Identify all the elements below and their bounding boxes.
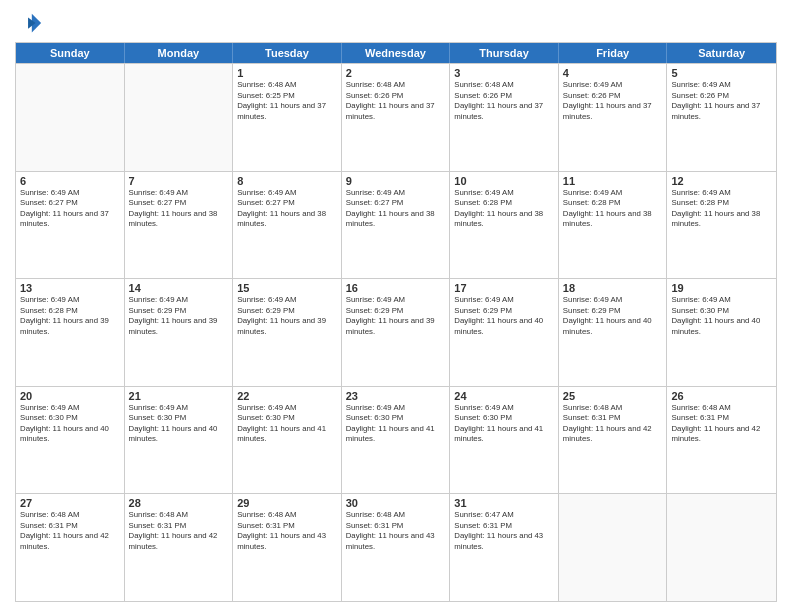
calendar-cell: 29Sunrise: 6:48 AM Sunset: 6:31 PM Dayli… — [233, 494, 342, 601]
header-cell-wednesday: Wednesday — [342, 43, 451, 63]
calendar-cell: 30Sunrise: 6:48 AM Sunset: 6:31 PM Dayli… — [342, 494, 451, 601]
cell-info: Sunrise: 6:48 AM Sunset: 6:26 PM Dayligh… — [346, 80, 446, 122]
header-cell-friday: Friday — [559, 43, 668, 63]
page: SundayMondayTuesdayWednesdayThursdayFrid… — [0, 0, 792, 612]
calendar-cell: 8Sunrise: 6:49 AM Sunset: 6:27 PM Daylig… — [233, 172, 342, 279]
calendar-cell: 17Sunrise: 6:49 AM Sunset: 6:29 PM Dayli… — [450, 279, 559, 386]
calendar-cell: 9Sunrise: 6:49 AM Sunset: 6:27 PM Daylig… — [342, 172, 451, 279]
cell-info: Sunrise: 6:49 AM Sunset: 6:30 PM Dayligh… — [454, 403, 554, 445]
calendar-cell: 24Sunrise: 6:49 AM Sunset: 6:30 PM Dayli… — [450, 387, 559, 494]
calendar-cell: 18Sunrise: 6:49 AM Sunset: 6:29 PM Dayli… — [559, 279, 668, 386]
day-number: 5 — [671, 67, 772, 79]
cell-info: Sunrise: 6:49 AM Sunset: 6:28 PM Dayligh… — [563, 188, 663, 230]
header — [15, 10, 777, 38]
day-number: 8 — [237, 175, 337, 187]
cell-info: Sunrise: 6:49 AM Sunset: 6:29 PM Dayligh… — [237, 295, 337, 337]
calendar-cell — [667, 494, 776, 601]
logo — [15, 10, 45, 38]
day-number: 20 — [20, 390, 120, 402]
cell-info: Sunrise: 6:49 AM Sunset: 6:26 PM Dayligh… — [563, 80, 663, 122]
cell-info: Sunrise: 6:49 AM Sunset: 6:29 PM Dayligh… — [563, 295, 663, 337]
calendar-cell: 3Sunrise: 6:48 AM Sunset: 6:26 PM Daylig… — [450, 64, 559, 171]
day-number: 27 — [20, 497, 120, 509]
calendar-cell: 21Sunrise: 6:49 AM Sunset: 6:30 PM Dayli… — [125, 387, 234, 494]
cell-info: Sunrise: 6:49 AM Sunset: 6:28 PM Dayligh… — [671, 188, 772, 230]
day-number: 18 — [563, 282, 663, 294]
header-cell-saturday: Saturday — [667, 43, 776, 63]
day-number: 23 — [346, 390, 446, 402]
day-number: 25 — [563, 390, 663, 402]
day-number: 31 — [454, 497, 554, 509]
day-number: 26 — [671, 390, 772, 402]
cell-info: Sunrise: 6:49 AM Sunset: 6:26 PM Dayligh… — [671, 80, 772, 122]
calendar: SundayMondayTuesdayWednesdayThursdayFrid… — [15, 42, 777, 602]
day-number: 30 — [346, 497, 446, 509]
cell-info: Sunrise: 6:49 AM Sunset: 6:30 PM Dayligh… — [671, 295, 772, 337]
day-number: 28 — [129, 497, 229, 509]
header-cell-monday: Monday — [125, 43, 234, 63]
day-number: 3 — [454, 67, 554, 79]
calendar-header-row: SundayMondayTuesdayWednesdayThursdayFrid… — [16, 43, 776, 63]
cell-info: Sunrise: 6:49 AM Sunset: 6:28 PM Dayligh… — [454, 188, 554, 230]
day-number: 22 — [237, 390, 337, 402]
day-number: 11 — [563, 175, 663, 187]
calendar-row-4: 27Sunrise: 6:48 AM Sunset: 6:31 PM Dayli… — [16, 493, 776, 601]
calendar-row-1: 6Sunrise: 6:49 AM Sunset: 6:27 PM Daylig… — [16, 171, 776, 279]
cell-info: Sunrise: 6:49 AM Sunset: 6:30 PM Dayligh… — [346, 403, 446, 445]
day-number: 15 — [237, 282, 337, 294]
calendar-cell: 2Sunrise: 6:48 AM Sunset: 6:26 PM Daylig… — [342, 64, 451, 171]
calendar-cell: 4Sunrise: 6:49 AM Sunset: 6:26 PM Daylig… — [559, 64, 668, 171]
day-number: 14 — [129, 282, 229, 294]
day-number: 6 — [20, 175, 120, 187]
calendar-cell: 19Sunrise: 6:49 AM Sunset: 6:30 PM Dayli… — [667, 279, 776, 386]
calendar-cell: 11Sunrise: 6:49 AM Sunset: 6:28 PM Dayli… — [559, 172, 668, 279]
day-number: 7 — [129, 175, 229, 187]
calendar-row-3: 20Sunrise: 6:49 AM Sunset: 6:30 PM Dayli… — [16, 386, 776, 494]
cell-info: Sunrise: 6:49 AM Sunset: 6:30 PM Dayligh… — [20, 403, 120, 445]
cell-info: Sunrise: 6:48 AM Sunset: 6:25 PM Dayligh… — [237, 80, 337, 122]
calendar-cell: 20Sunrise: 6:49 AM Sunset: 6:30 PM Dayli… — [16, 387, 125, 494]
cell-info: Sunrise: 6:49 AM Sunset: 6:29 PM Dayligh… — [346, 295, 446, 337]
calendar-cell: 15Sunrise: 6:49 AM Sunset: 6:29 PM Dayli… — [233, 279, 342, 386]
calendar-cell: 31Sunrise: 6:47 AM Sunset: 6:31 PM Dayli… — [450, 494, 559, 601]
calendar-cell: 26Sunrise: 6:48 AM Sunset: 6:31 PM Dayli… — [667, 387, 776, 494]
header-cell-thursday: Thursday — [450, 43, 559, 63]
logo-icon — [15, 10, 43, 38]
calendar-cell: 27Sunrise: 6:48 AM Sunset: 6:31 PM Dayli… — [16, 494, 125, 601]
cell-info: Sunrise: 6:47 AM Sunset: 6:31 PM Dayligh… — [454, 510, 554, 552]
cell-info: Sunrise: 6:49 AM Sunset: 6:27 PM Dayligh… — [346, 188, 446, 230]
cell-info: Sunrise: 6:49 AM Sunset: 6:28 PM Dayligh… — [20, 295, 120, 337]
calendar-cell — [125, 64, 234, 171]
calendar-cell: 10Sunrise: 6:49 AM Sunset: 6:28 PM Dayli… — [450, 172, 559, 279]
day-number: 24 — [454, 390, 554, 402]
cell-info: Sunrise: 6:49 AM Sunset: 6:30 PM Dayligh… — [129, 403, 229, 445]
cell-info: Sunrise: 6:49 AM Sunset: 6:27 PM Dayligh… — [129, 188, 229, 230]
day-number: 16 — [346, 282, 446, 294]
day-number: 1 — [237, 67, 337, 79]
calendar-cell: 22Sunrise: 6:49 AM Sunset: 6:30 PM Dayli… — [233, 387, 342, 494]
day-number: 13 — [20, 282, 120, 294]
calendar-cell: 13Sunrise: 6:49 AM Sunset: 6:28 PM Dayli… — [16, 279, 125, 386]
cell-info: Sunrise: 6:48 AM Sunset: 6:31 PM Dayligh… — [563, 403, 663, 445]
calendar-cell: 5Sunrise: 6:49 AM Sunset: 6:26 PM Daylig… — [667, 64, 776, 171]
calendar-cell: 25Sunrise: 6:48 AM Sunset: 6:31 PM Dayli… — [559, 387, 668, 494]
calendar-cell: 6Sunrise: 6:49 AM Sunset: 6:27 PM Daylig… — [16, 172, 125, 279]
cell-info: Sunrise: 6:48 AM Sunset: 6:31 PM Dayligh… — [20, 510, 120, 552]
day-number: 19 — [671, 282, 772, 294]
day-number: 2 — [346, 67, 446, 79]
day-number: 29 — [237, 497, 337, 509]
cell-info: Sunrise: 6:48 AM Sunset: 6:31 PM Dayligh… — [129, 510, 229, 552]
cell-info: Sunrise: 6:49 AM Sunset: 6:30 PM Dayligh… — [237, 403, 337, 445]
day-number: 21 — [129, 390, 229, 402]
calendar-cell: 28Sunrise: 6:48 AM Sunset: 6:31 PM Dayli… — [125, 494, 234, 601]
cell-info: Sunrise: 6:48 AM Sunset: 6:26 PM Dayligh… — [454, 80, 554, 122]
calendar-cell: 23Sunrise: 6:49 AM Sunset: 6:30 PM Dayli… — [342, 387, 451, 494]
cell-info: Sunrise: 6:49 AM Sunset: 6:27 PM Dayligh… — [237, 188, 337, 230]
calendar-cell: 16Sunrise: 6:49 AM Sunset: 6:29 PM Dayli… — [342, 279, 451, 386]
cell-info: Sunrise: 6:49 AM Sunset: 6:29 PM Dayligh… — [129, 295, 229, 337]
calendar-cell: 12Sunrise: 6:49 AM Sunset: 6:28 PM Dayli… — [667, 172, 776, 279]
cell-info: Sunrise: 6:49 AM Sunset: 6:29 PM Dayligh… — [454, 295, 554, 337]
cell-info: Sunrise: 6:48 AM Sunset: 6:31 PM Dayligh… — [237, 510, 337, 552]
calendar-row-2: 13Sunrise: 6:49 AM Sunset: 6:28 PM Dayli… — [16, 278, 776, 386]
header-cell-tuesday: Tuesday — [233, 43, 342, 63]
